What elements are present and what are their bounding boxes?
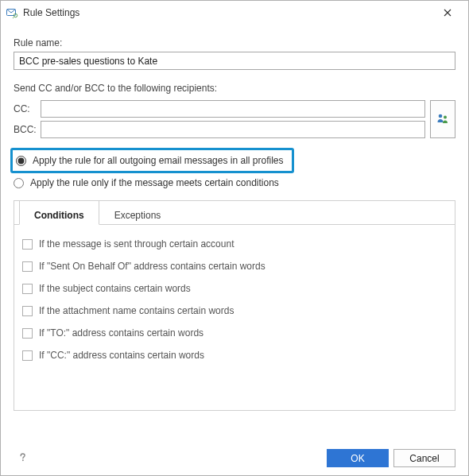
- cc-label: CC:: [14, 103, 41, 114]
- ok-button-label: OK: [351, 453, 364, 464]
- bcc-input[interactable]: [41, 121, 425, 138]
- titlebar: Rule Settings: [1, 1, 468, 25]
- cc-input[interactable]: [41, 100, 425, 118]
- svg-point-2: [439, 114, 443, 118]
- radio-apply-conditions-label: Apply the rule only if the message meets…: [30, 177, 279, 188]
- help-button[interactable]: [14, 450, 31, 467]
- condition-checkbox[interactable]: [22, 350, 33, 361]
- radio-apply-all-input[interactable]: [16, 156, 26, 166]
- tab-exceptions-label: Exceptions: [114, 210, 161, 221]
- cc-field-row: CC:: [14, 100, 425, 118]
- app-icon: [6, 6, 18, 19]
- condition-label: If "CC:" address contains certain words: [39, 350, 204, 361]
- condition-label: If "Sent On Behalf Of" address contains …: [39, 261, 266, 272]
- condition-item[interactable]: If "TO:" address contains certain words: [22, 322, 447, 344]
- bcc-field-row: BCC:: [14, 121, 425, 138]
- highlighted-option: Apply the rule for all outgoing email me…: [10, 148, 294, 173]
- condition-label: If the message is sent through certain a…: [39, 238, 234, 250]
- condition-label: If the attachment name contains certain …: [39, 305, 234, 316]
- ok-button[interactable]: OK: [327, 449, 389, 467]
- address-book-button[interactable]: [430, 100, 455, 138]
- rule-scope-radio-group: Apply the rule for all outgoing email me…: [14, 148, 455, 191]
- content-area: Rule name: Send CC and/or BCC to the fol…: [1, 25, 468, 411]
- svg-point-3: [444, 115, 447, 118]
- tab-conditions-label: Conditions: [34, 210, 84, 221]
- radio-apply-conditions-input[interactable]: [14, 178, 24, 188]
- rule-name-label: Rule name:: [14, 37, 455, 48]
- radio-apply-conditions[interactable]: Apply the rule only if the message meets…: [14, 175, 455, 191]
- condition-checkbox[interactable]: [22, 239, 33, 250]
- condition-checkbox[interactable]: [22, 261, 33, 272]
- footer: OK Cancel: [14, 449, 455, 467]
- condition-item[interactable]: If the message is sent through certain a…: [22, 233, 447, 255]
- cancel-button-label: Cancel: [409, 453, 439, 464]
- help-icon: [17, 451, 29, 466]
- condition-label: If the subject contains certain words: [39, 283, 191, 294]
- condition-item[interactable]: If the attachment name contains certain …: [22, 300, 447, 322]
- window-title: Rule Settings: [23, 7, 432, 18]
- close-button[interactable]: [432, 2, 463, 23]
- condition-item[interactable]: If "CC:" address contains certain words: [22, 344, 447, 366]
- rule-name-input[interactable]: [14, 52, 455, 70]
- condition-item[interactable]: If the subject contains certain words: [22, 277, 447, 300]
- tab-exceptions[interactable]: Exceptions: [99, 200, 176, 225]
- recipients-row: CC: BCC:: [14, 100, 455, 138]
- condition-item[interactable]: If "Sent On Behalf Of" address contains …: [22, 255, 447, 277]
- conditions-panel: Conditions Exceptions If the message is …: [14, 200, 455, 411]
- condition-checkbox[interactable]: [22, 328, 33, 339]
- bcc-label: BCC:: [14, 124, 41, 135]
- tab-conditions[interactable]: Conditions: [19, 200, 99, 225]
- condition-checkbox[interactable]: [22, 284, 33, 294]
- radio-apply-all-label: Apply the rule for all outgoing email me…: [33, 155, 284, 166]
- condition-checkbox[interactable]: [22, 306, 33, 316]
- tab-strip: Conditions Exceptions: [14, 200, 455, 224]
- people-icon: [436, 111, 450, 128]
- condition-label: If "TO:" address contains certain words: [39, 327, 203, 339]
- cancel-button[interactable]: Cancel: [393, 449, 455, 467]
- recipients-label: Send CC and/or BCC to the following reci…: [14, 83, 455, 94]
- radio-apply-all[interactable]: Apply the rule for all outgoing email me…: [16, 153, 284, 168]
- svg-point-4: [21, 459, 23, 461]
- conditions-list: If the message is sent through certain a…: [14, 224, 455, 374]
